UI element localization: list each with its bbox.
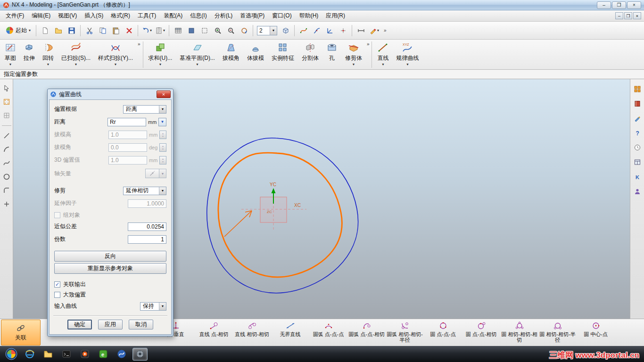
paste-button[interactable]: [109, 24, 122, 37]
curve-button[interactable]: [310, 24, 323, 37]
sketch-pencil-button[interactable]: ▾: [368, 24, 380, 37]
layer-combo[interactable]: 2▼: [257, 26, 277, 35]
dialog-title-bar[interactable]: 偏置曲线 ×: [49, 89, 172, 99]
split-body-button[interactable]: 分割体: [298, 41, 322, 62]
unbounded-line-button[interactable]: 无界直线: [271, 320, 309, 343]
line-feature-button[interactable]: 直线▼: [373, 41, 392, 66]
point-button[interactable]: [337, 24, 349, 37]
circle-point-point-tangent-button[interactable]: 圆 点-点-相切: [462, 320, 500, 343]
circle-tool-button[interactable]: [1, 172, 12, 182]
person-button[interactable]: [632, 186, 643, 197]
ok-button[interactable]: 确定: [67, 320, 92, 329]
new-document-button[interactable]: [39, 24, 51, 37]
chevron-down-icon[interactable]: ▼: [270, 26, 277, 35]
apply-button[interactable]: 应用: [98, 320, 123, 329]
chevron-down-icon[interactable]: ▼: [406, 63, 409, 66]
table-button[interactable]: [172, 24, 184, 37]
copy-button[interactable]: [96, 24, 109, 37]
chevron-down-icon[interactable]: ▼: [74, 63, 78, 66]
input-curve-select[interactable]: 保持 ▼: [140, 302, 166, 311]
chevron-down-icon[interactable]: ▼: [196, 63, 199, 66]
redisplay-reference-button[interactable]: 重新显示参考对象: [54, 263, 166, 274]
clock-button[interactable]: [632, 142, 643, 153]
undo-button[interactable]: ▾: [140, 24, 153, 37]
styled-sweep-button[interactable]: 样式扫掠(Y)...▼: [94, 41, 137, 66]
distance-options-button[interactable]: ▼: [158, 118, 166, 126]
window-grid-button[interactable]: [632, 157, 643, 167]
cancel-button[interactable]: 取消: [129, 320, 153, 329]
distance-input[interactable]: Rr: [107, 118, 146, 126]
green-app-button[interactable]: e: [96, 348, 111, 361]
clipboard-button[interactable]: ▾: [154, 24, 166, 37]
arc-point-point-point-button[interactable]: 圆弧 点-点-点: [309, 320, 347, 343]
nx-gear-button[interactable]: [132, 348, 148, 361]
associative-output-checkbox[interactable]: [54, 281, 60, 288]
k-badge-button[interactable]: K: [632, 172, 643, 182]
console-button[interactable]: [59, 348, 74, 361]
chevron-down-icon[interactable]: ▼: [9, 63, 12, 66]
revolve-button[interactable]: 回转▼: [39, 41, 58, 66]
open-folder-button[interactable]: [52, 24, 65, 37]
datum-plane-button[interactable]: 基准平面(D)...▼: [176, 41, 219, 66]
dialog-close-button[interactable]: ×: [157, 90, 171, 98]
rough-offset-checkbox[interactable]: [54, 292, 60, 298]
offset-by-select[interactable]: 距离 ▼: [123, 105, 166, 114]
delete-button[interactable]: [123, 24, 135, 37]
sketch-button[interactable]: 草图▼: [1, 41, 20, 66]
copies-input[interactable]: 1: [128, 235, 166, 244]
datum-axis-button[interactable]: [323, 24, 336, 37]
line-point-tangent-button[interactable]: 直线 点-相切: [195, 320, 233, 343]
body-taper-button[interactable]: 体拔模: [243, 41, 268, 62]
book-button[interactable]: [632, 99, 643, 109]
fillet-tool-button[interactable]: [1, 185, 12, 196]
chevron-down-icon[interactable]: ▼: [158, 63, 162, 66]
start-menu-button[interactable]: 起始 ▾: [3, 25, 33, 36]
menu-preferences[interactable]: 首选项(P): [236, 10, 268, 22]
save-button[interactable]: [65, 24, 78, 37]
menu-information[interactable]: 信息(I): [186, 10, 210, 22]
grid-snap-button[interactable]: [1, 110, 12, 121]
restore-button[interactable]: ❐: [612, 1, 626, 9]
menu-file[interactable]: 文件(F): [2, 10, 28, 22]
zoom-out-button[interactable]: [224, 24, 237, 37]
cube-button[interactable]: [279, 24, 292, 37]
circle-center-point-button[interactable]: 圆 中心-点: [577, 320, 615, 343]
measure-button[interactable]: [355, 24, 367, 37]
zoom-in-button[interactable]: [211, 24, 224, 37]
close-button[interactable]: ×: [627, 1, 641, 9]
point-tool-button[interactable]: [1, 199, 12, 209]
chevron-down-icon[interactable]: ▼: [159, 303, 166, 310]
chevron-down-icon[interactable]: ▾: [150, 28, 152, 33]
reverse-direction-button[interactable]: 反向: [54, 251, 166, 262]
unite-button[interactable]: 求和(U)...▼: [145, 41, 176, 66]
hole-button[interactable]: 孔: [322, 41, 341, 62]
association-button[interactable]: 关联: [1, 320, 41, 346]
chevron-down-icon[interactable]: ▼: [381, 63, 385, 66]
chevron-down-icon[interactable]: ▾: [163, 28, 165, 33]
ie-button[interactable]: [22, 348, 37, 361]
cut-button[interactable]: [83, 24, 96, 37]
select-filter-button[interactable]: [1, 83, 12, 93]
trim-select[interactable]: 延伸相切 ▼: [123, 187, 166, 195]
chevron-down-icon[interactable]: ▼: [47, 63, 50, 66]
menu-application[interactable]: 应用(R): [322, 10, 349, 22]
snap-point-button[interactable]: [1, 97, 12, 107]
toolbar-overflow-chevron[interactable]: »: [138, 41, 140, 47]
rotate-view-button[interactable]: [238, 24, 250, 37]
draft-angle-button[interactable]: 拔模角: [219, 41, 243, 62]
media-button[interactable]: [77, 348, 92, 361]
toolbar-overflow-chevron[interactable]: »: [384, 28, 387, 33]
menu-tools[interactable]: 工具(T): [134, 10, 160, 22]
circle-point-point-point-button[interactable]: 圆 点-点-点: [424, 320, 462, 343]
spline-tool-button[interactable]: [1, 158, 12, 168]
wcs-symbol[interactable]: YC XC ZC: [241, 182, 306, 231]
menu-insert[interactable]: 插入(S): [81, 10, 107, 22]
menu-analysis[interactable]: 分析(L): [211, 10, 237, 22]
line-tangent-tangent-button[interactable]: 直线 相切-相切: [233, 320, 271, 343]
chevron-down-icon[interactable]: ▼: [159, 187, 166, 195]
wireframe-view-button[interactable]: [198, 24, 211, 37]
chevron-down-icon[interactable]: ▼: [114, 63, 117, 66]
spline-button[interactable]: [297, 24, 310, 37]
extrude-button[interactable]: 拉伸: [20, 41, 39, 62]
arc-point-point-tangent-button[interactable]: 圆弧 点-点-相切: [347, 320, 386, 343]
